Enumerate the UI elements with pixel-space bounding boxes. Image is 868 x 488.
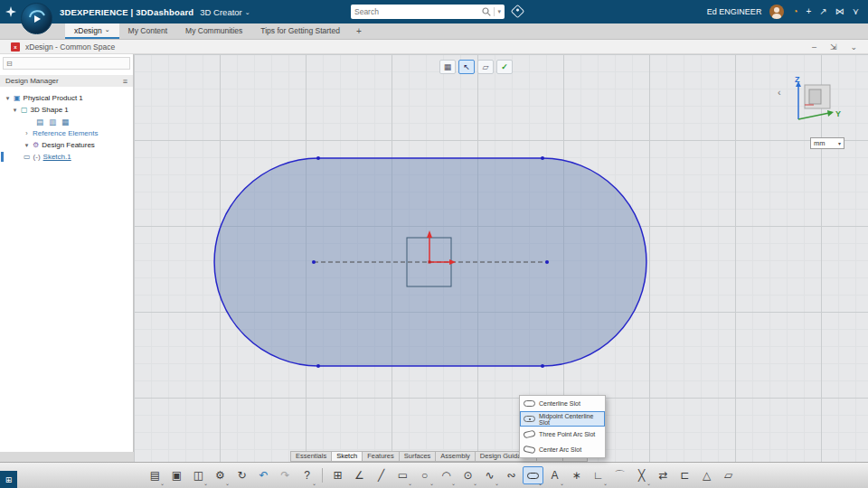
- trim-icon[interactable]: ╳: [631, 466, 652, 484]
- select-cursor-icon[interactable]: ↖: [458, 60, 475, 74]
- design-manager-panel: ⊟ Design Manager ≡ ▾ ▣ Physical Product …: [0, 54, 134, 452]
- three-point-arc-slot-icon: [523, 430, 535, 439]
- notifications-icon[interactable]: ◔: [792, 7, 797, 16]
- ellipse-icon[interactable]: ⊙: [458, 466, 478, 484]
- corner-icon[interactable]: ∟: [588, 466, 609, 484]
- spline-icon[interactable]: ∿: [479, 466, 500, 484]
- tree-node-3d-shape[interactable]: ▾ ▢ 3D Shape 1: [0, 104, 133, 116]
- menu-item-centerline-slot[interactable]: Centerline Slot: [520, 396, 605, 411]
- user-name[interactable]: Ed ENGINEER: [707, 7, 762, 16]
- point-icon[interactable]: ∗: [566, 466, 587, 484]
- avatar[interactable]: [769, 5, 784, 19]
- tab-xdesign[interactable]: xDesign: [65, 23, 119, 39]
- chevron-down-icon[interactable]: ▾: [5, 95, 11, 102]
- window-title-bar: x xDesign - Common Space – ⇲ ⌄: [0, 40, 868, 54]
- project-icon[interactable]: ▱: [718, 466, 739, 484]
- sketch-canvas[interactable]: ▦ ↖ ▱ ✓ ‹ Z Y mm ▾ Centerli: [134, 54, 868, 462]
- tab-tips[interactable]: Tips for Getting Started: [251, 23, 349, 39]
- features-icon: ⚙: [33, 141, 39, 149]
- search-divider: [494, 7, 495, 16]
- units-dropdown[interactable]: mm ▾: [810, 137, 844, 149]
- action-bar: ▤ ▣ ◫ ⚙ ↻ ↶ ↷ ? ⊞ ∠ ╱ ▭ ○ ◠ ⊙ ∿ ∾ A ∗ ∟ …: [0, 462, 868, 488]
- exit-sketch-icon[interactable]: ✓: [496, 60, 513, 74]
- menu-item-center-arc-slot[interactable]: Center Arc Slot: [520, 442, 605, 457]
- circle-icon[interactable]: ○: [414, 466, 435, 484]
- sketch-geometry-layer: [134, 54, 868, 462]
- design-tools-icon[interactable]: ▤: [145, 466, 165, 484]
- tree-node-physical-product[interactable]: ▾ ▣ Physical Product 1: [0, 92, 133, 104]
- menu-item-three-point-arc-slot[interactable]: Three Point Arc Slot: [520, 427, 605, 442]
- help-icon[interactable]: ?: [297, 466, 317, 484]
- design-manager-header: Design Manager ≡: [0, 75, 133, 87]
- corner-widget-icon[interactable]: ⊞: [0, 471, 17, 488]
- add-icon[interactable]: +: [806, 7, 811, 16]
- chevron-down-icon[interactable]: ▾: [497, 8, 501, 15]
- menu-item-midpoint-centerline-slot[interactable]: Midpoint Centerline Slot: [520, 411, 605, 427]
- grid-icon[interactable]: ⊞: [327, 466, 348, 484]
- chevron-down-icon[interactable]: ▾: [24, 142, 30, 149]
- tag-icon[interactable]: [511, 5, 525, 19]
- orientation-triad[interactable]: Z Y: [787, 72, 850, 127]
- arc-icon[interactable]: ◠: [436, 466, 457, 484]
- minimize-icon[interactable]: –: [812, 42, 816, 52]
- xdesign-app-icon: x: [11, 42, 20, 52]
- 3ds-compass-logo[interactable]: [21, 3, 52, 34]
- share-icon[interactable]: ↗: [819, 7, 826, 16]
- line-icon[interactable]: ╱: [371, 466, 392, 484]
- snap-pad-icon[interactable]: ▦: [439, 60, 456, 74]
- search-icon[interactable]: [482, 7, 491, 16]
- collaboration-icon[interactable]: ⋈: [835, 7, 844, 16]
- mirror-icon[interactable]: ⇄: [653, 466, 674, 484]
- freehand-spline-icon[interactable]: ∾: [501, 466, 522, 484]
- apps-icon[interactable]: ⋎: [853, 7, 859, 16]
- axis-y-label: Y: [835, 109, 841, 118]
- collapse-chevron-icon[interactable]: ‹: [778, 87, 781, 98]
- collapse-icon[interactable]: ⌄: [850, 42, 857, 52]
- sync-icon[interactable]: ↻: [231, 466, 252, 484]
- search-input[interactable]: [354, 7, 482, 16]
- shape-doc-icon-3[interactable]: ▦: [61, 117, 69, 127]
- clipboard-icon[interactable]: ▣: [166, 466, 187, 484]
- tree-node-reference-elements[interactable]: › Reference Elements: [0, 127, 133, 139]
- tree-node-design-features[interactable]: ▾ ⚙ Design Features: [0, 139, 133, 151]
- shape-doc-icon-2[interactable]: ▥: [49, 117, 56, 127]
- add-tab-button[interactable]: +: [349, 23, 369, 39]
- slot-flyout-menu: Centerline Slot Midpoint Centerline Slot…: [519, 395, 606, 458]
- slot-icon[interactable]: [523, 466, 543, 484]
- plane-icon[interactable]: ▱: [477, 60, 494, 74]
- save-icon[interactable]: ◫: [188, 466, 209, 484]
- expand-icon[interactable]: ⇲: [830, 42, 837, 52]
- redo-icon[interactable]: ↷: [275, 466, 296, 484]
- constraint-icon[interactable]: △: [696, 466, 717, 484]
- tree-label: Design Features: [42, 141, 95, 149]
- tab-essentials[interactable]: Essentials: [290, 451, 332, 462]
- rectangle-icon[interactable]: ▭: [392, 466, 413, 484]
- tree-node-sketch1[interactable]: ▭ (-) Sketch.1: [0, 151, 133, 163]
- tab-sketch[interactable]: Sketch: [331, 451, 363, 462]
- fillet-icon[interactable]: ⌒: [609, 466, 630, 484]
- centerline-slot-icon: [524, 400, 535, 407]
- tab-my-content[interactable]: My Content: [119, 23, 176, 39]
- panel-toolbar[interactable]: ⊟: [3, 57, 130, 70]
- chevron-down-icon[interactable]: ▾: [12, 107, 18, 114]
- compass-menu-icon[interactable]: [0, 6, 22, 17]
- chevron-down-icon: ▾: [838, 140, 841, 146]
- tab-surfaces[interactable]: Surfaces: [399, 451, 437, 462]
- tab-features[interactable]: Features: [362, 451, 400, 462]
- text-icon[interactable]: A: [544, 466, 565, 484]
- tree-label: Physical Product 1: [24, 94, 83, 102]
- search-box: ▾: [351, 5, 505, 19]
- shape-doc-icon-1[interactable]: ▤: [36, 117, 43, 127]
- settings-icon[interactable]: ⚙: [210, 466, 231, 484]
- tab-assembly[interactable]: Assembly: [435, 451, 476, 462]
- tab-my-communities[interactable]: My Communities: [176, 23, 251, 39]
- tree-label-sketch[interactable]: Sketch.1: [43, 153, 71, 161]
- axis-z-label: Z: [795, 75, 800, 84]
- menu-icon[interactable]: ≡: [123, 77, 127, 86]
- offset-icon[interactable]: ⊏: [675, 466, 695, 484]
- profile-icon[interactable]: ∠: [349, 466, 370, 484]
- app-title[interactable]: 3D Creator: [200, 7, 250, 17]
- chevron-right-icon[interactable]: ›: [24, 130, 30, 136]
- undo-icon[interactable]: ↶: [253, 466, 274, 484]
- sketch-icon: ▭: [24, 153, 31, 161]
